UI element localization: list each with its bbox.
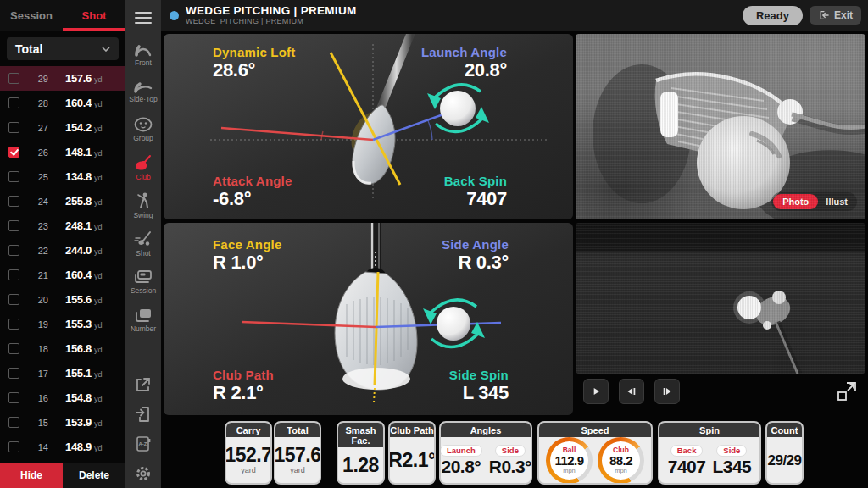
club-path-value: R2.1° (388, 451, 435, 470)
sidebar-item-shot[interactable]: Shot (125, 225, 161, 263)
shot-checkbox[interactable] (8, 73, 19, 84)
shot-list-item[interactable]: 26 148.1 yd (0, 140, 125, 164)
shot-list-item[interactable]: 20 155.6 yd (0, 287, 125, 312)
step-back-button[interactable] (619, 379, 644, 404)
shot-list-item[interactable]: 17 155.1 yd (0, 361, 125, 385)
attack-angle-metric: Attack Angle -6.8° (213, 175, 292, 209)
shot-number: 22 (30, 246, 48, 256)
carry-value: 152.7 (225, 446, 271, 465)
shot-number: 16 (30, 393, 48, 403)
photo-illust-toggle: Photo Illust (771, 192, 857, 211)
shot-checkbox[interactable] (8, 417, 19, 428)
shot-number: 26 (30, 147, 48, 158)
shot-list-item[interactable]: 25 134.8 yd (0, 164, 125, 189)
shot-checkbox[interactable] (8, 245, 19, 256)
shot-list-item[interactable]: 14 148.9 yd (0, 435, 125, 459)
ball-speed-gauge: Ball 112.9 mph (546, 437, 593, 484)
tab-session[interactable]: Session (0, 0, 63, 30)
shot-distance: 154.2 (56, 121, 92, 134)
shot-list: 29 157.6 yd 28 160.4 yd 27 154.2 yd 26 1… (0, 66, 125, 462)
shot-list-item[interactable]: 18 156.8 yd (0, 336, 125, 361)
shot-checkbox[interactable] (8, 441, 19, 452)
total-value: 157.6 (274, 446, 320, 465)
shot-number: 14 (30, 442, 48, 452)
illust-toggle-option[interactable]: Illust (818, 194, 855, 209)
sidebar-item-swing[interactable]: Swing (125, 186, 161, 225)
shot-distance: 155.3 (56, 318, 92, 330)
shot-checkbox[interactable] (8, 147, 19, 158)
shot-distance: 248.1 (56, 219, 92, 232)
sidebar-item-front[interactable]: Front (125, 34, 161, 72)
shot-list-item[interactable]: 29 157.6 yd (0, 66, 125, 91)
shot-number: 27 (30, 123, 48, 133)
import-file-icon[interactable] (134, 405, 153, 424)
stat-card-angles: Angles Launch 20.8° Side R0.3° (439, 421, 532, 485)
overhead-camera-image (576, 223, 865, 374)
group-view-icon (133, 117, 153, 132)
shot-checkbox[interactable] (8, 196, 19, 207)
stat-card-club-path: Club Path R2.1° (388, 421, 436, 485)
shot-number: 21 (30, 270, 48, 280)
sidebar-item-side-top[interactable]: Side·Top (125, 72, 161, 110)
shot-distance: 153.9 (56, 416, 92, 429)
back-spin-tag: Back (670, 445, 704, 457)
carry-unit: yard (241, 466, 256, 474)
club-face-panel: Dynamic Loft 28.6° Launch Angle 20.8° At… (164, 34, 573, 219)
shot-checkbox[interactable] (8, 319, 19, 330)
smash-value: 1.28 (342, 456, 379, 475)
sidebar-item-club[interactable]: Club (125, 148, 161, 186)
shot-checkbox[interactable] (8, 220, 19, 231)
sidebar-item-group[interactable]: Group (125, 110, 161, 148)
shot-distance-unit: yd (94, 343, 103, 354)
swing-view-icon (134, 192, 153, 209)
shot-checkbox[interactable] (8, 392, 19, 403)
number-view-icon (133, 308, 153, 323)
shot-list-item[interactable]: 16 154.8 yd (0, 385, 125, 410)
shot-checkbox[interactable] (8, 97, 19, 108)
shot-list-item[interactable]: 28 160.4 yd (0, 91, 125, 115)
shot-view-icon (133, 230, 153, 247)
total-filter-dropdown[interactable]: Total (7, 37, 119, 60)
step-forward-button[interactable] (654, 379, 680, 404)
shot-list-item[interactable]: 23 248.1 yd (0, 214, 125, 238)
ready-button[interactable]: Ready (743, 6, 803, 25)
shot-number: 28 (30, 98, 48, 108)
hide-button[interactable]: Hide (0, 463, 63, 488)
shot-number: 29 (30, 74, 48, 84)
fullscreen-expand-icon (835, 380, 859, 403)
side-angle-value: R0.3° (489, 458, 531, 475)
shot-list-item[interactable]: 27 154.2 yd (0, 115, 125, 140)
shot-checkbox[interactable] (8, 343, 19, 354)
delete-button[interactable]: Delete (63, 463, 125, 488)
play-button[interactable] (583, 379, 609, 404)
shot-number: 19 (30, 319, 48, 330)
shot-distance-unit: yd (94, 171, 103, 182)
share-export-icon[interactable] (134, 375, 153, 394)
sidebar-item-session[interactable]: Session (125, 263, 161, 301)
shot-list-item[interactable]: 24 255.8 yd (0, 189, 125, 214)
shot-checkbox[interactable] (8, 122, 19, 133)
glossary-az-icon[interactable]: A-Z (134, 435, 153, 453)
menu-icon[interactable] (135, 8, 152, 27)
shot-checkbox[interactable] (8, 294, 19, 305)
chevron-down-icon (102, 47, 110, 52)
shot-list-item[interactable]: 19 155.3 yd (0, 312, 125, 336)
photo-toggle-option[interactable]: Photo (773, 194, 818, 209)
shot-checkbox[interactable] (8, 171, 19, 182)
view-nav: Front Side·Top Group Club Swing Shot (125, 34, 161, 339)
shot-checkbox[interactable] (8, 269, 19, 280)
exit-button[interactable]: Exit (810, 6, 861, 25)
settings-gear-icon[interactable] (134, 464, 153, 483)
sidebar-tools: A-Z (125, 375, 161, 483)
page-title: WEDGE PITCHING | PREMIUM (186, 5, 356, 17)
shot-distance-unit: yd (94, 392, 103, 403)
tab-shot[interactable]: Shot (63, 0, 125, 30)
fullscreen-button[interactable] (835, 380, 859, 403)
shot-distance: 155.6 (56, 293, 92, 306)
shot-list-item[interactable]: 15 153.9 yd (0, 410, 125, 435)
sidebar-item-number[interactable]: Number (125, 301, 161, 339)
shot-list-item[interactable]: 21 160.4 yd (0, 263, 125, 287)
shot-list-item[interactable]: 22 244.0 yd (0, 238, 125, 263)
shot-checkbox[interactable] (8, 368, 19, 379)
shot-distance-unit: yd (94, 220, 103, 231)
